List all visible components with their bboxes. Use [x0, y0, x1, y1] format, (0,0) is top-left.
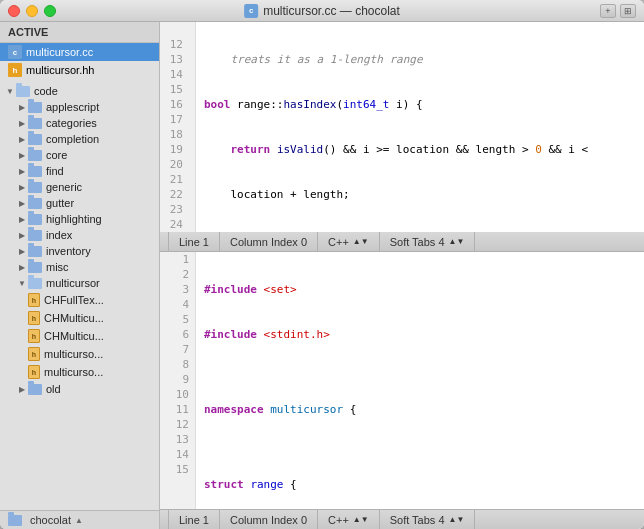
tree-arrow-find: ▶ [16, 165, 28, 177]
bottom-line-numbers: 1 2 3 4 5 6 7 8 9 10 11 12 13 14 [160, 252, 196, 509]
tree-arrow-core: ▶ [16, 149, 28, 161]
tree-item-chfulltext[interactable]: h CHFullTex... [0, 291, 159, 309]
window-title: c multicursor.cc — chocolat [244, 4, 400, 18]
tree-label-chmulticu1: CHMulticu... [44, 312, 104, 324]
tree-arrow-applescript: ▶ [16, 101, 28, 113]
tree-item-multicurso1[interactable]: h multicurso... [0, 345, 159, 363]
hh-file-icon: h [8, 63, 22, 77]
tree-label-multicurso1: multicurso... [44, 348, 103, 360]
bottom-code-lines[interactable]: #include <set> #include <stdint.h> names… [196, 252, 644, 509]
status-tabs-tab[interactable]: Soft Tabs 4 ▲▼ [380, 232, 476, 251]
folder-icon-completion [28, 134, 42, 145]
add-tab-button[interactable]: + [600, 4, 616, 18]
folder-icon-core [28, 150, 42, 161]
folder-icon-generic [28, 182, 42, 193]
tree-item-old[interactable]: ▶ old [0, 381, 159, 397]
status-language-tab[interactable]: C++ ▲▼ [318, 232, 380, 251]
tree-arrow-old: ▶ [16, 383, 28, 395]
hh-file-icon-1: h [28, 293, 40, 307]
sidebar-section-active: ACTIVE [0, 22, 159, 43]
tree-item-core[interactable]: ▶ core [0, 147, 159, 163]
code-line-12: bool range::hasIndex(int64_t i) { [204, 97, 644, 112]
workspace-selector[interactable]: chocolat ▲ [30, 514, 151, 526]
tree-label-completion: completion [46, 133, 99, 145]
bottom-status-column-tab[interactable]: Column Index 0 [220, 510, 318, 529]
status-tabs-label: Soft Tabs 4 [390, 236, 445, 248]
tree-item-misc[interactable]: ▶ misc [0, 259, 159, 275]
status-column-tab[interactable]: Column Index 0 [220, 232, 318, 251]
folder-icon-highlighting [28, 214, 42, 225]
tree-arrow-multicursor: ▼ [16, 277, 28, 289]
tree-item-find[interactable]: ▶ find [0, 163, 159, 179]
bottom-tabs-dropdown-arrow: ▲▼ [449, 515, 465, 524]
top-code-content[interactable]: 12 13 14 15 16 17 18 19 20 21 22 23 24 [160, 22, 644, 232]
status-column-label: Column Index 0 [230, 236, 307, 248]
status-line-tab[interactable]: Line 1 [168, 232, 220, 251]
active-file-cc-label: multicursor.cc [26, 46, 93, 58]
tree-item-applescript[interactable]: ▶ applescript [0, 99, 159, 115]
tree-label-inventory: inventory [46, 245, 91, 257]
folder-icon-old [28, 384, 42, 395]
tree-arrow-inventory: ▶ [16, 245, 28, 257]
tree-item-inventory[interactable]: ▶ inventory [0, 243, 159, 259]
tree-arrow-completion: ▶ [16, 133, 28, 145]
window-title-text: multicursor.cc — chocolat [263, 4, 400, 18]
folder-icon-inventory [28, 246, 42, 257]
tree-label-chmulticu2: CHMulticu... [44, 330, 104, 342]
traffic-lights [8, 5, 56, 17]
tree-item-code[interactable]: ▼ code [0, 83, 159, 99]
top-code-lines[interactable]: treats it as a 1-length range bool range… [196, 22, 644, 232]
tree-item-chmulticu1[interactable]: h CHMulticu... [0, 309, 159, 327]
maximize-button[interactable] [44, 5, 56, 17]
tree-item-index[interactable]: ▶ index [0, 227, 159, 243]
tree-item-gutter[interactable]: ▶ gutter [0, 195, 159, 211]
hh-file-icon-5: h [28, 365, 40, 379]
active-files-list: c multicursor.cc h multicursor.hh [0, 43, 159, 79]
folder-icon-misc [28, 262, 42, 273]
tree-item-multicursor[interactable]: ▼ multicursor [0, 275, 159, 291]
tree-item-completion[interactable]: ▶ completion [0, 131, 159, 147]
tree-arrow-highlighting: ▶ [16, 213, 28, 225]
workspace-dropdown-arrow: ▲ [75, 516, 83, 525]
hh-file-icon-3: h [28, 329, 40, 343]
bottom-code-line-4: namespace multicursor { [204, 402, 644, 417]
bottom-status-tabs-label: Soft Tabs 4 [390, 514, 445, 526]
tree-item-generic[interactable]: ▶ generic [0, 179, 159, 195]
tree-arrow-categories: ▶ [16, 117, 28, 129]
tree-arrow-generic: ▶ [16, 181, 28, 193]
sidebar-bottom[interactable]: chocolat ▲ [0, 510, 159, 529]
bottom-status-language-label: C++ [328, 514, 349, 526]
bottom-code-content[interactable]: 1 2 3 4 5 6 7 8 9 10 11 12 13 14 [160, 252, 644, 509]
folder-icon-categories [28, 118, 42, 129]
tree-item-chmulticu2[interactable]: h CHMulticu... [0, 327, 159, 345]
main-area: ACTIVE c multicursor.cc h multicursor.hh… [0, 22, 644, 529]
top-code-pane: 12 13 14 15 16 17 18 19 20 21 22 23 24 [160, 22, 644, 232]
tree-arrow-misc: ▶ [16, 261, 28, 273]
bottom-status-tabs-tab[interactable]: Soft Tabs 4 ▲▼ [380, 510, 476, 529]
bottom-language-dropdown-arrow: ▲▼ [353, 515, 369, 524]
workspace-folder-icon [8, 515, 22, 526]
main-window: c multicursor.cc — chocolat + ⊞ ACTIVE c… [0, 0, 644, 529]
tree-item-highlighting[interactable]: ▶ highlighting [0, 211, 159, 227]
tree-label-chfulltext: CHFullTex... [44, 294, 104, 306]
tree-label-multicurso2: multicurso... [44, 366, 103, 378]
tree-item-categories[interactable]: ▶ categories [0, 115, 159, 131]
folder-icon-multicursor [28, 278, 42, 289]
folder-icon-gutter [28, 198, 42, 209]
folder-icon-index [28, 230, 42, 241]
folder-icon-applescript [28, 102, 42, 113]
tabs-dropdown-arrow: ▲▼ [449, 237, 465, 246]
bottom-status-column-label: Column Index 0 [230, 514, 307, 526]
hh-file-icon-4: h [28, 347, 40, 361]
minimize-button[interactable] [26, 5, 38, 17]
active-file-hh[interactable]: h multicursor.hh [0, 61, 159, 79]
bottom-status-language-tab[interactable]: C++ ▲▼ [318, 510, 380, 529]
active-file-cc[interactable]: c multicursor.cc [0, 43, 159, 61]
bottom-status-line-tab[interactable]: Line 1 [168, 510, 220, 529]
code-line-14: location + length; [204, 187, 644, 202]
tree-item-multicurso2[interactable]: h multicurso... [0, 363, 159, 381]
close-button[interactable] [8, 5, 20, 17]
active-file-hh-label: multicursor.hh [26, 64, 94, 76]
file-type-icon: c [244, 4, 258, 18]
grid-button[interactable]: ⊞ [620, 4, 636, 18]
